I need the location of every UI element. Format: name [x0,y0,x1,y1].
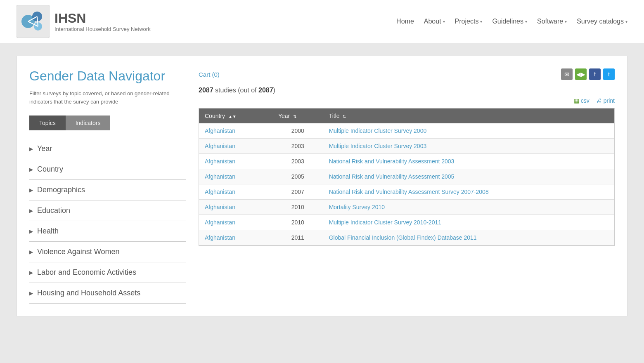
tab-indicators[interactable]: Indicators [66,116,111,130]
cell-country[interactable]: Afghanistan [199,215,272,230]
header: IHSN International Household Survey Netw… [0,0,644,43]
filter-demographics[interactable]: ▶ Demographics [29,180,186,200]
cell-title[interactable]: Multiple Indicator Cluster Survey 2010-2… [323,215,614,230]
studies-total: 2087 [258,87,273,94]
nav-about[interactable]: About ▾ [424,18,445,25]
table-header: Country ▲▼ Year ⇅ Title ⇅ [199,108,614,123]
nav-survey-catalogs[interactable]: Survey catalogs ▾ [577,18,627,25]
table-row: Afghanistan2010Mortality Survey 2010 [199,200,614,215]
cell-title[interactable]: Multiple Indicator Cluster Survey 2003 [323,139,614,154]
filter-labor[interactable]: ▶ Labor and Economic Activities [29,262,186,283]
table-row: Afghanistan2003National Risk and Vulnera… [199,154,614,169]
sort-icon-year: ⇅ [293,114,296,119]
nav-software[interactable]: Software ▾ [537,18,567,25]
cart-link[interactable]: Cart (0) [199,71,220,78]
cell-title[interactable]: National Risk and Vulnerability Assessme… [323,184,614,200]
nav-guidelines[interactable]: Guidelines ▾ [492,18,527,25]
cell-year: 2003 [272,154,323,169]
chevron-down-icon: ▾ [565,19,567,24]
cell-title[interactable]: Multiple Indicator Cluster Survey 2000 [323,123,614,139]
chevron-down-icon: ▾ [480,19,482,24]
social-icons: ✉ ◀▶ f t [561,68,615,80]
table-row: Afghanistan2010Multiple Indicator Cluste… [199,215,614,230]
chevron-right-icon: ▶ [29,208,33,214]
chevron-down-icon: ▾ [443,19,445,24]
page-description: Filter surveys by topic covered, or base… [29,90,186,106]
chevron-down-icon: ▾ [525,19,527,24]
cell-year: 2005 [272,169,323,184]
studies-count: 2087 studies (out of 2087) [199,87,615,94]
logo-icon [17,5,50,38]
filter-country[interactable]: ▶ Country [29,159,186,180]
main-container: Gender Data Navigator Filter surveys by … [0,43,644,329]
chevron-right-icon: ▶ [29,187,33,193]
table-row: Afghanistan2000Multiple Indicator Cluste… [199,123,614,139]
chevron-right-icon: ▶ [29,146,33,152]
logo-title: IHSN [54,11,151,26]
chevron-down-icon: ▾ [625,19,627,24]
chevron-right-icon: ▶ [29,290,33,296]
cell-country[interactable]: Afghanistan [199,123,272,139]
filter-housing[interactable]: ▶ Housing and Household Assets [29,283,186,304]
sort-icon-title: ⇅ [343,114,346,119]
cell-country[interactable]: Afghanistan [199,154,272,169]
cell-year: 2010 [272,215,323,230]
col-title[interactable]: Title ⇅ [323,108,614,123]
cell-country[interactable]: Afghanistan [199,200,272,215]
results-table: Country ▲▼ Year ⇅ Title ⇅ [199,108,614,245]
filter-violence-label: Violence Against Women [37,248,119,256]
cell-year: 2003 [272,139,323,154]
tab-buttons: Topics Indicators [29,116,186,130]
share-icon[interactable]: ◀▶ [575,68,587,80]
twitter-icon[interactable]: t [603,68,615,80]
cell-title[interactable]: Global Financial Inclusion (Global Finde… [323,230,614,245]
table-row: Afghanistan2005National Risk and Vulnera… [199,169,614,184]
csv-icon: ▦ [574,97,579,104]
chevron-right-icon: ▶ [29,270,33,276]
cell-year: 2010 [272,200,323,215]
chevron-right-icon: ▶ [29,229,33,234]
nav-home[interactable]: Home [396,18,414,25]
logo-text: IHSN International Household Survey Netw… [54,11,151,32]
cell-year: 2000 [272,123,323,139]
cell-title[interactable]: National Risk and Vulnerability Assessme… [323,154,614,169]
table-body: Afghanistan2000Multiple Indicator Cluste… [199,123,614,245]
cell-year: 2007 [272,184,323,200]
page-title: Gender Data Navigator [29,68,186,84]
filter-year[interactable]: ▶ Year [29,139,186,159]
filter-health[interactable]: ▶ Health [29,221,186,242]
table-wrapper: Country ▲▼ Year ⇅ Title ⇅ [199,108,615,246]
sort-icon-country: ▲▼ [228,114,237,119]
cell-year: 2011 [272,230,323,245]
table-row: Afghanistan2011Global Financial Inclusio… [199,230,614,245]
filter-health-label: Health [37,227,59,236]
email-share-icon[interactable]: ✉ [561,68,573,80]
cell-title[interactable]: Mortality Survey 2010 [323,200,614,215]
table-row: Afghanistan2003Multiple Indicator Cluste… [199,139,614,154]
tab-topics[interactable]: Topics [29,116,66,130]
nav-projects[interactable]: Projects ▾ [455,18,483,25]
filter-country-label: Country [37,165,63,174]
left-panel: Gender Data Navigator Filter surveys by … [29,68,186,304]
right-panel: Cart (0) ✉ ◀▶ f t 2087 studies (out of 2… [199,68,615,304]
export-row: ▦ csv 🖨 print [199,97,615,104]
chevron-right-icon: ▶ [29,249,33,255]
csv-export-link[interactable]: ▦ csv [574,97,590,104]
filter-education[interactable]: ▶ Education [29,200,186,221]
filter-housing-label: Housing and Household Assets [37,289,140,297]
cell-country[interactable]: Afghanistan [199,184,272,200]
facebook-icon[interactable]: f [589,68,601,80]
table-row: Afghanistan2007National Risk and Vulnera… [199,184,614,200]
table-scroll[interactable]: Country ▲▼ Year ⇅ Title ⇅ [199,108,614,245]
filter-education-label: Education [37,206,70,215]
studies-number: 2087 [199,87,213,94]
cell-country[interactable]: Afghanistan [199,139,272,154]
cell-country[interactable]: Afghanistan [199,169,272,184]
filter-violence[interactable]: ▶ Violence Against Women [29,242,186,262]
cell-country[interactable]: Afghanistan [199,230,272,245]
col-country[interactable]: Country ▲▼ [199,108,272,123]
cell-title[interactable]: National Risk and Vulnerability Assessme… [323,169,614,184]
print-link[interactable]: 🖨 print [596,97,615,104]
col-year[interactable]: Year ⇅ [272,108,323,123]
filter-demographics-label: Demographics [37,186,85,194]
